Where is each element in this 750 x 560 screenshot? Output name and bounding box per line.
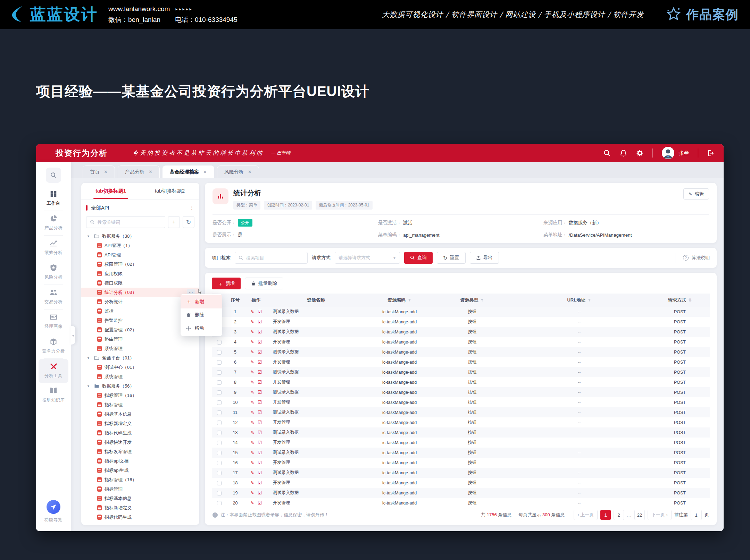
table-row[interactable]: 14 ✎☑ 开发管理 ic-taskMange-add 按钮 -- POST	[212, 438, 710, 448]
tree-node[interactable]: ▼ 指标快速开发 ⋯	[81, 438, 199, 447]
tree-node[interactable]: ▼ 数据服务（56） ⋯	[81, 381, 199, 391]
sidebar-item-trade-analysis[interactable]: 交易分析	[39, 285, 68, 309]
filter-icon[interactable]	[408, 298, 411, 302]
search-icon[interactable]	[603, 150, 611, 157]
sidebar-search-button[interactable]	[46, 168, 61, 183]
table-row[interactable]: 12 ✎☑ 开发管理 ic-taskMange-add 按钮 -- POST	[212, 417, 710, 427]
edit-icon[interactable]: ✎	[250, 309, 254, 314]
prev-page-button[interactable]: ‹ 上一页	[574, 510, 598, 520]
tree-node[interactable]: ▼ 指标管理 ⋯	[81, 484, 199, 494]
tree-tab-2[interactable]: tab切换标题2	[140, 183, 199, 199]
approve-icon[interactable]: ☑	[258, 330, 262, 334]
logout-icon[interactable]	[707, 150, 715, 157]
caret-down-icon[interactable]: ▼	[87, 384, 91, 388]
approve-icon[interactable]: ☑	[258, 420, 262, 425]
filter-icon[interactable]	[588, 298, 591, 302]
approve-icon[interactable]: ☑	[258, 370, 262, 374]
approve-icon[interactable]: ☑	[258, 309, 262, 314]
table-row[interactable]: 1 ✎☑ 测试录入数据 ic-taskMange-add 按钮 -- POST	[212, 307, 710, 317]
bell-icon[interactable]	[620, 150, 627, 157]
batch-delete-button[interactable]: 批量删除	[245, 278, 283, 289]
tree-search-input[interactable]	[86, 216, 165, 228]
tree-node[interactable]: ▼ 聚鑫平台（01） ⋯	[81, 353, 199, 363]
approve-icon[interactable]: ☑	[258, 501, 262, 505]
tree-node[interactable]: ▼ 指标管理 ⋯	[81, 400, 199, 409]
tree-node[interactable]: ▼ 系统管理 ⋯	[81, 344, 199, 353]
approve-icon[interactable]: ☑	[258, 340, 262, 344]
approve-icon[interactable]: ☑	[258, 400, 262, 405]
row-checkbox[interactable]	[217, 441, 222, 445]
row-checkbox[interactable]	[217, 461, 222, 465]
approve-icon[interactable]: ☑	[258, 470, 262, 475]
row-checkbox[interactable]	[217, 410, 222, 415]
caret-down-icon[interactable]: ▼	[87, 235, 91, 238]
export-button[interactable]: 导出	[470, 252, 499, 264]
edit-icon[interactable]: ✎	[250, 390, 254, 394]
add-node-button[interactable]: +	[168, 216, 180, 228]
row-checkbox[interactable]	[217, 360, 222, 365]
sort-icon[interactable]: ⇅	[688, 298, 692, 303]
sidebar-item-research-knowledge[interactable]: 投研知识库	[39, 383, 68, 407]
row-checkbox[interactable]	[217, 350, 222, 355]
edit-icon[interactable]: ✎	[250, 320, 254, 324]
table-row[interactable]: 9 ✎☑ 测试录入数据 ic-taskMange-add 按钮 -- POST	[212, 387, 710, 397]
tree-node[interactable]: ▼ 指标发布管理 ⋯	[81, 447, 199, 456]
context-menu-move[interactable]: 移动	[181, 322, 222, 335]
close-icon[interactable]: ✕	[248, 169, 252, 175]
tree-node[interactable]: ▼ 应用权限 ⋯	[81, 269, 199, 278]
tree-node[interactable]: ▼ 指标新增定义 ⋯	[81, 503, 199, 512]
user-menu[interactable]: 张叁	[662, 147, 689, 159]
edit-icon[interactable]: ✎	[250, 400, 254, 405]
next-page-button[interactable]: 下一页 ›	[648, 510, 672, 520]
approve-icon[interactable]: ☑	[258, 380, 262, 384]
table-row[interactable]: 16 ✎☑ 开发管理 ic-taskMange-add 按钮 -- POST	[212, 458, 710, 468]
tree-node[interactable]: ▼ 指标api生成 ⋯	[81, 466, 199, 475]
tree-node[interactable]: ▼ 系统管理 ⋯	[81, 372, 199, 381]
approve-icon[interactable]: ☑	[258, 491, 262, 495]
row-checkbox[interactable]	[217, 451, 222, 455]
tab-risk-analysis[interactable]: 风险分析✕	[217, 166, 259, 178]
approve-icon[interactable]: ☑	[258, 481, 262, 485]
table-row[interactable]: 5 ✎☑ 测试录入数据 ic-taskMange-add 按钮 -- POST	[212, 347, 710, 357]
row-checkbox[interactable]	[217, 491, 222, 495]
sidebar-item-workbench[interactable]: 工作台	[39, 186, 68, 211]
sidebar-item-analysis-tools[interactable]: 分析工具	[39, 359, 68, 383]
table-row[interactable]: 7 ✎☑ 测试录入数据 ic-taskMange-add 按钮 -- POST	[212, 367, 710, 377]
sidebar-item-manager-profile[interactable]: 经理画像	[39, 309, 68, 334]
table-row[interactable]: 19 ✎☑ 测试录入数据 ic-taskMange-add 按钮 -- POST	[212, 488, 710, 498]
add-button[interactable]: ＋ 新增	[212, 278, 241, 289]
edit-icon[interactable]: ✎	[250, 410, 254, 415]
tree-node[interactable]: ▼ 指标管理（16） ⋯	[81, 391, 199, 400]
edit-icon[interactable]: ✎	[250, 330, 254, 334]
table-row[interactable]: 4 ✎☑ 开发管理 ic-taskMange-add 按钮 -- POST	[212, 337, 710, 347]
edit-icon[interactable]: ✎	[250, 340, 254, 344]
query-button[interactable]: 查询	[404, 252, 433, 264]
reset-button[interactable]: ↻ 重置	[437, 252, 466, 264]
method-select[interactable]: 请选择请求方式 ▼	[335, 252, 400, 264]
tree-node[interactable]: ▼ 指标新增定义 ⋯	[81, 419, 199, 428]
edit-icon[interactable]: ✎	[250, 470, 254, 475]
page-2-button[interactable]: 2	[614, 510, 624, 520]
edit-icon[interactable]: ✎	[250, 460, 254, 465]
caret-down-icon[interactable]: ▼	[87, 356, 91, 360]
sidebar-collapse-handle[interactable]: ◂	[70, 326, 75, 345]
tab-home[interactable]: 首页✕	[83, 166, 115, 178]
edit-icon[interactable]: ✎	[250, 380, 254, 384]
goto-page-input[interactable]	[691, 510, 702, 520]
edit-icon[interactable]: ✎	[250, 491, 254, 495]
tree-node[interactable]: ▼ 路由管理 ⋯	[81, 334, 199, 344]
tree-node[interactable]: ▼ 数据服务（38） ⋯	[81, 231, 199, 241]
refresh-button[interactable]: ↻	[183, 216, 194, 228]
edit-icon[interactable]: ✎	[250, 420, 254, 425]
approve-icon[interactable]: ☑	[258, 390, 262, 394]
approve-icon[interactable]: ☑	[258, 440, 262, 445]
row-checkbox[interactable]	[217, 471, 222, 475]
tree-node[interactable]: ▼ 指标基本信息 ⋯	[81, 409, 199, 419]
approve-icon[interactable]: ☑	[258, 360, 262, 364]
table-row[interactable]: 6 ✎☑ 开发管理 ic-taskMange-add 按钮 -- POST	[212, 357, 710, 367]
sidebar-item-product-analysis[interactable]: 产品分析	[39, 211, 68, 235]
row-checkbox[interactable]	[217, 390, 222, 395]
row-checkbox[interactable]	[217, 501, 222, 505]
tree-node[interactable]: ▼ 权限管理（02） ⋯	[81, 260, 199, 269]
table-row[interactable]: 18 ✎☑ 开发管理 ic-taskMange-add 按钮 -- POST	[212, 478, 710, 488]
